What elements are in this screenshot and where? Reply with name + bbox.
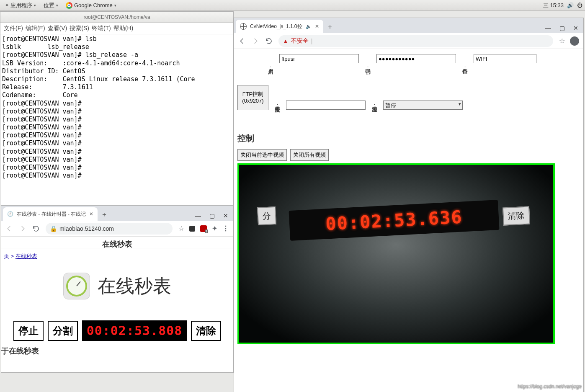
terminal-window: root@CENTOSVAN:/home/va 文件(F) 编辑(E) 查看(V… [0,11,234,205]
window-controls: — ▢ ✕ [540,23,583,33]
reload-icon[interactable] [265,37,273,45]
chrome-window-left: 🕘 在线秒表 - 在线计时器 - 在线记 ✕ ＋ — ▢ ✕ 🔒 miaobia… [1,205,234,373]
star-icon[interactable]: ☆ [559,37,565,45]
menu-icon[interactable]: ⋮ [222,224,229,232]
new-tab-button[interactable]: ＋ [98,209,111,221]
username-input[interactable] [279,54,359,63]
clear-button[interactable]: 清除 [191,321,221,341]
split-button[interactable]: 分割 [48,321,78,341]
browser-tab[interactable]: CvNetVideo_js_1.1.0控 🔈 ✕ [236,20,323,33]
response-no-input[interactable] [286,101,366,110]
video-content [239,165,553,343]
watermark-text: https://blog.csdn.net/vanjoge [518,384,582,389]
close-tab-icon[interactable]: ✕ [89,211,93,217]
close-tab-icon[interactable]: ✕ [315,23,319,29]
tab-title: CvNetVideo_js_1.1.0控 [250,23,302,30]
small-volume-icon[interactable]: 🔈 [306,24,312,29]
ext-icon-1[interactable] [189,226,195,232]
panel-left: ✦ 应用程序 ▾ 位置 ▾ Google Chrome ▾ [3,1,119,10]
ftp-control-button[interactable]: FTP控制 (0x9207) [237,85,268,110]
menu-help[interactable]: 帮助(H) [113,25,133,32]
chrome-toolbar-left: 🔒 miaobiao.51240.com ☆ 3 ✦ ⋮ [1,221,233,237]
condition-input[interactable] [474,54,536,63]
tab-title: 在线秒表 - 在线计时器 - 在线记 [17,211,86,218]
close-selected-video-button[interactable]: 关闭当前选中视频 [237,149,287,161]
minimize-button[interactable]: — [545,25,551,31]
password-label: 密码: [364,54,371,81]
upload-ctrl-label: 上传控制: [371,85,378,125]
stop-button[interactable]: 停止 [13,321,44,341]
menu-terminal[interactable]: 终端(T) [92,25,111,32]
ext-icon-2[interactable]: 3 [200,225,207,232]
video-split-button: 分 [257,206,276,225]
page-content-right: 用户名: 密码: 行条件: FTP控制 (0x9207) 应答流水号: 上传控制… [234,49,583,392]
video-player-frame[interactable]: 分 00:02:53.636 清除 [237,163,555,344]
applications-menu[interactable]: ✦ 应用程序 ▾ [3,1,39,10]
minimize-button[interactable]: — [195,212,201,219]
page-title: 在线秒表 [1,237,233,248]
extensions-icon[interactable]: ✦ [212,224,217,232]
stopwatch-favicon: 🕘 [7,211,13,217]
username-label: 用户名: [267,54,274,81]
stopwatch-display: 00:02:53.808 [82,320,187,341]
window-controls: — ▢ ✕ [190,211,233,221]
video-clear-button: 清除 [503,206,530,225]
menu-file[interactable]: 文件(F) [4,25,23,32]
breadcrumb-link[interactable]: 在线秒表 [15,253,37,259]
chrome-toolbar: ▲ 不安全 | ☆ [234,33,583,49]
star-icon[interactable]: ☆ [178,224,184,232]
browser-tab[interactable]: 🕘 在线秒表 - 在线计时器 - 在线记 ✕ [3,207,98,221]
breadcrumb: 页 > 在线秒表 [1,248,233,264]
panel-right: 三 15:33 🔊 ⏻ [543,2,582,9]
globe-icon [240,23,247,30]
back-icon[interactable] [5,225,13,232]
chrome-window-right: CvNetVideo_js_1.1.0控 🔈 ✕ ＋ — ▢ ✕ ▲ 不安全 |… [234,18,584,392]
chevron-down-icon: ▾ [34,3,36,8]
control-heading: 控制 [237,133,580,144]
terminal-menubar: 文件(F) 编辑(E) 查看(V) 搜索(S) 终端(T) 帮助(H) [0,23,233,34]
clock-label[interactable]: 三 15:33 [543,2,564,9]
gnome-top-panel: ✦ 应用程序 ▾ 位置 ▾ Google Chrome ▾ 三 15:33 🔊 … [0,0,585,11]
condition-label: 行条件: [461,54,469,81]
omnibox[interactable]: 🔒 miaobiao.51240.com [46,223,173,235]
chevron-down-icon: ▾ [56,3,58,8]
chrome-taskbar-label: Google Chrome [74,2,113,8]
upload-ctrl-select[interactable]: 暂停 [383,101,463,110]
chrome-tabstrip: CvNetVideo_js_1.1.0控 🔈 ✕ ＋ — ▢ ✕ [234,18,583,33]
menu-view[interactable]: 查看(V) [48,25,67,32]
maximize-button[interactable]: ▢ [209,212,215,219]
chrome-tabstrip-left: 🕘 在线秒表 - 在线计时器 - 在线记 ✕ ＋ — ▢ ✕ [1,206,233,221]
close-button[interactable]: ✕ [573,25,578,31]
insecure-label: 不安全 [291,37,309,45]
close-button[interactable]: ✕ [223,212,228,219]
terminal-titlebar[interactable]: root@CENTOSVAN:/home/va [0,12,233,23]
forward-icon[interactable] [252,37,259,45]
lock-icon: 🔒 [50,225,57,232]
chevron-down-icon: ▾ [114,3,116,8]
applications-label: 应用程序 [10,2,32,9]
about-heading: 于在线秒表 [1,341,233,356]
places-menu[interactable]: 位置 ▾ [41,1,61,10]
response-no-label: 应答流水号: [273,85,281,125]
warning-icon: ▲ [283,38,289,44]
hero-title: 在线秒表 [98,274,171,299]
stopwatch-icon [63,273,90,299]
maximize-button[interactable]: ▢ [559,25,565,31]
reload-icon[interactable] [32,225,40,232]
close-all-video-button[interactable]: 关闭所有视频 [290,149,329,161]
places-label: 位置 [44,2,54,9]
forward-icon[interactable] [19,225,26,232]
volume-icon[interactable]: 🔊 [567,2,574,8]
back-icon[interactable] [238,37,246,45]
password-input[interactable] [376,54,456,63]
menu-edit[interactable]: 编辑(E) [26,25,45,32]
stopwatch-controls: 停止 分割 00:02:53.808 清除 [1,320,233,341]
profile-icon[interactable] [570,36,579,46]
new-tab-button[interactable]: ＋ [323,21,337,33]
page-content-left: 在线秒表 页 > 在线秒表 在线秒表 停止 分割 00:02:53.808 清除… [1,237,233,372]
chrome-taskbar-item[interactable]: Google Chrome ▾ [63,1,119,10]
omnibox[interactable]: ▲ 不安全 | [278,35,553,47]
menu-search[interactable]: 搜索(S) [70,25,89,32]
power-icon[interactable]: ⏻ [577,2,582,8]
terminal-output[interactable]: [root@CENTOSVAN van]# lsb lsblk lsb_rele… [0,34,233,205]
